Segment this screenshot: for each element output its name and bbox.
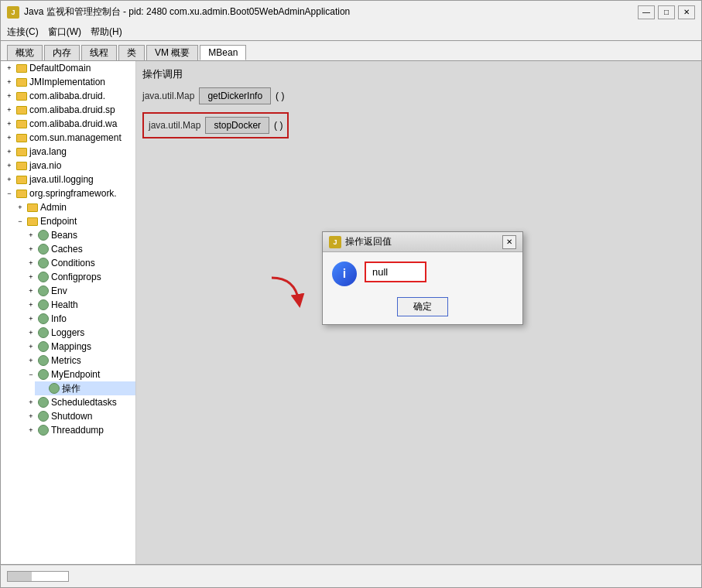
folder-icon bbox=[16, 134, 27, 142]
node-label: java.util.logging bbox=[29, 174, 94, 185]
modal-footer: 确定 bbox=[323, 292, 522, 324]
tree-node-info[interactable]: + Info bbox=[24, 312, 135, 326]
node-label: Metrics bbox=[51, 355, 81, 366]
node-label: com.sun.management bbox=[29, 132, 122, 143]
tree-node-sun-management[interactable]: + com.sun.management bbox=[2, 131, 135, 145]
tree-node-metrics[interactable]: + Metrics bbox=[24, 354, 135, 368]
expand-icon[interactable]: + bbox=[4, 118, 15, 129]
expand-icon[interactable]: + bbox=[26, 285, 36, 296]
tree-node-myendpoint[interactable]: − MyEndpoint bbox=[24, 368, 135, 381]
tab-memory[interactable]: 内存 bbox=[44, 45, 80, 60]
expand-icon[interactable]: + bbox=[26, 355, 36, 366]
expand-icon[interactable]: + bbox=[4, 77, 15, 87]
tree-node-env[interactable]: + Env bbox=[24, 284, 135, 298]
bean-icon bbox=[38, 355, 49, 366]
modal-overlay: J 操作返回值 ✕ i null 确定 bbox=[136, 61, 701, 564]
tab-threads[interactable]: 线程 bbox=[81, 45, 117, 60]
folder-icon bbox=[16, 176, 27, 184]
modal-value: null bbox=[372, 266, 388, 278]
expand-icon[interactable]: + bbox=[4, 91, 15, 101]
expand-icon[interactable]: + bbox=[4, 146, 15, 157]
expand-icon[interactable]: + bbox=[26, 299, 36, 310]
bean-icon bbox=[38, 425, 49, 436]
bean-icon bbox=[38, 341, 49, 352]
tree-node-java-nio[interactable]: + java.nio bbox=[2, 159, 135, 173]
tree-node-java-lang[interactable]: + java.lang bbox=[2, 145, 135, 159]
expand-icon[interactable]: − bbox=[4, 188, 15, 199]
bean-icon bbox=[38, 369, 49, 380]
expand-icon[interactable]: − bbox=[15, 216, 26, 227]
tree-node-alibaba-druid[interactable]: + com.alibaba.druid. bbox=[2, 89, 135, 103]
tab-overview[interactable]: 概览 bbox=[7, 45, 43, 60]
node-label: Caches bbox=[51, 244, 83, 255]
tree-node-health[interactable]: + Health bbox=[24, 298, 135, 312]
expand-icon[interactable]: + bbox=[26, 244, 36, 255]
tree-node-alibaba-druid-wa[interactable]: + com.alibaba.druid.wa bbox=[2, 117, 135, 131]
tree-node-java-util-logging[interactable]: + java.util.logging bbox=[2, 173, 135, 186]
bean-icon bbox=[38, 230, 49, 241]
tab-mbean[interactable]: MBean bbox=[200, 45, 246, 60]
folder-icon bbox=[16, 148, 27, 156]
maximize-button[interactable]: □ bbox=[658, 5, 675, 19]
expand-icon[interactable]: + bbox=[26, 230, 36, 241]
tree-node-shutdown[interactable]: + Shutdown bbox=[24, 409, 135, 423]
node-label: com.alibaba.druid.sp bbox=[29, 104, 115, 115]
bean-icon bbox=[38, 397, 49, 408]
title-bar: J Java 监视和管理控制台 - pid: 2480 com.xu.admin… bbox=[0, 0, 702, 23]
expand-icon[interactable]: + bbox=[26, 397, 36, 408]
main-area: + DefaultDomain + JMImplementation + com… bbox=[0, 60, 702, 565]
node-label: java.nio bbox=[29, 160, 61, 171]
tree-node-configprops[interactable]: + Configprops bbox=[24, 270, 135, 284]
expand-icon[interactable]: + bbox=[26, 272, 36, 282]
modal-body: i null bbox=[323, 252, 522, 292]
tree-node-endpoint[interactable]: − Endpoint bbox=[13, 214, 135, 228]
tree-node-caches[interactable]: + Caches bbox=[24, 242, 135, 256]
expand-icon[interactable]: + bbox=[26, 313, 36, 324]
modal-ok-button[interactable]: 确定 bbox=[397, 297, 448, 316]
tree-node-default-domain[interactable]: + DefaultDomain bbox=[2, 61, 135, 75]
node-label: Beans bbox=[51, 230, 77, 241]
expand-icon[interactable]: + bbox=[4, 174, 15, 185]
tree-node-scheduledtasks[interactable]: + Scheduledtasks bbox=[24, 395, 135, 409]
expand-icon[interactable]: + bbox=[26, 327, 36, 338]
expand-icon[interactable]: + bbox=[4, 160, 15, 171]
tree-node-caozuo[interactable]: 操作 bbox=[35, 381, 135, 395]
bean-icon bbox=[38, 244, 49, 255]
expand-icon[interactable]: + bbox=[4, 132, 15, 143]
tree-node-loggers[interactable]: + Loggers bbox=[24, 326, 135, 340]
close-button[interactable]: ✕ bbox=[678, 5, 695, 19]
tab-class[interactable]: 类 bbox=[118, 45, 145, 60]
expand-icon[interactable]: + bbox=[26, 425, 36, 436]
right-panel: 操作调用 java.util.Map getDickerInfo ( ) jav… bbox=[136, 61, 701, 564]
tree-node-alibaba-druid-sp[interactable]: + com.alibaba.druid.sp bbox=[2, 103, 135, 117]
tree-node-conditions[interactable]: + Conditions bbox=[24, 256, 135, 270]
modal-close-button[interactable]: ✕ bbox=[502, 235, 516, 249]
tree-node-jmimpl[interactable]: + JMImplementation bbox=[2, 75, 135, 89]
expand-icon[interactable]: + bbox=[4, 63, 15, 74]
modal-dialog: J 操作返回值 ✕ i null 确定 bbox=[322, 231, 523, 325]
bean-icon bbox=[38, 411, 49, 422]
tree-node-beans[interactable]: + Beans bbox=[24, 228, 135, 242]
tree-node-threaddump[interactable]: + Threaddump bbox=[24, 423, 135, 437]
expand-icon[interactable]: − bbox=[26, 369, 36, 380]
menu-window[interactable]: 窗口(W) bbox=[48, 26, 81, 39]
menu-connect[interactable]: 连接(C) bbox=[7, 26, 39, 39]
menu-help[interactable]: 帮助(H) bbox=[91, 26, 122, 39]
minimize-button[interactable]: — bbox=[638, 5, 655, 19]
expand-icon[interactable]: + bbox=[26, 258, 36, 268]
folder-icon bbox=[16, 106, 27, 115]
scroll-bar[interactable] bbox=[7, 571, 69, 582]
tab-vm[interactable]: VM 概要 bbox=[146, 45, 198, 60]
expand-icon[interactable]: + bbox=[4, 104, 15, 115]
tree-node-mappings[interactable]: + Mappings bbox=[24, 340, 135, 354]
tree-node-springframework[interactable]: − org.springframework. bbox=[2, 186, 135, 200]
scroll-thumb bbox=[8, 572, 32, 581]
folder-icon bbox=[27, 203, 38, 212]
bean-icon bbox=[38, 272, 49, 282]
folder-icon bbox=[16, 190, 27, 198]
expand-icon[interactable]: + bbox=[26, 341, 36, 352]
node-label: Endpoint bbox=[40, 216, 77, 227]
expand-icon[interactable]: + bbox=[26, 411, 36, 422]
tree-node-admin[interactable]: + Admin bbox=[13, 200, 135, 214]
expand-icon[interactable]: + bbox=[15, 202, 26, 213]
